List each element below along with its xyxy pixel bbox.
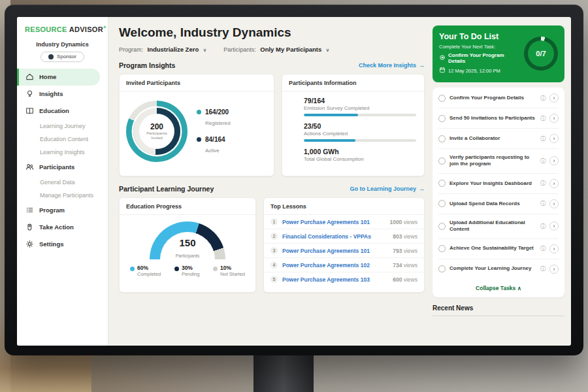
task-open-button[interactable]: ›: [549, 134, 559, 143]
task-checkbox[interactable]: [438, 135, 446, 142]
sidebar-item-program[interactable]: Program: [17, 202, 108, 219]
task-row-upload-spend-data[interactable]: Upload Spend Data Records ⓘ ›: [438, 194, 559, 214]
info-icon[interactable]: ⓘ: [540, 95, 546, 102]
task-checkbox[interactable]: [438, 265, 446, 272]
task-open-button[interactable]: ›: [549, 156, 559, 165]
chevron-right-icon: ›: [553, 223, 555, 229]
lesson-link[interactable]: Power Purchase Agreements 101: [282, 248, 388, 254]
sidebar-nav: Home Insights Education Learning Journey…: [17, 69, 108, 253]
sidebar-item-label: Program: [39, 206, 65, 214]
task-open-button[interactable]: ›: [549, 179, 559, 188]
task-open-button[interactable]: ›: [549, 221, 559, 231]
legend-dot-pending: [174, 267, 179, 271]
info-icon[interactable]: ⓘ: [540, 265, 546, 272]
task-row-upload-educational-content[interactable]: Upload Additional Educational Content ⓘ …: [438, 214, 559, 239]
task-open-button[interactable]: ›: [549, 199, 559, 208]
info-label: Total Global Consumption: [304, 156, 416, 162]
task-open-button[interactable]: ›: [549, 265, 559, 274]
task-checkbox[interactable]: [438, 200, 446, 207]
emission-survey-row: 79/164 Emission Survey Completed: [290, 97, 416, 116]
todo-next-task: Confirm Your Program Details: [439, 52, 520, 64]
task-checkbox[interactable]: [438, 115, 446, 122]
task-row-explore-insights[interactable]: Explore Your Insights Dashboard ⓘ ›: [438, 174, 559, 194]
program-filter-dropdown[interactable]: Program: Industrialize Zero ∨: [119, 46, 206, 53]
sidebar-item-take-action[interactable]: Take Action: [17, 219, 108, 236]
sidebar-item-home[interactable]: Home: [17, 69, 100, 86]
sidebar-item-participants[interactable]: Participants: [17, 159, 108, 176]
task-row-send-invitations[interactable]: Send 50 Invitations to Participants ⓘ ›: [438, 108, 559, 129]
info-value: 23/50: [304, 122, 416, 130]
lesson-link[interactable]: Financial Considerations - VPPAs: [282, 233, 388, 240]
lesson-row[interactable]: 5 Power Purchase Agreements 103 600 view…: [264, 272, 424, 286]
invited-card-body: 200 Participants Invited 164/200 Registe…: [120, 91, 274, 171]
info-icon[interactable]: ⓘ: [540, 180, 546, 187]
task-open-button[interactable]: ›: [549, 114, 559, 123]
monitor-stand: [253, 355, 314, 392]
monitor-bezel: RESOURCE ADVISOR+ Industry Dynamics Spon…: [5, 5, 583, 355]
sidebar-item-learning-insights[interactable]: Learning Insights: [17, 146, 108, 159]
info-label: Emission Survey Completed: [304, 105, 416, 111]
home-icon: [25, 73, 34, 82]
task-open-button[interactable]: ›: [549, 244, 559, 253]
insights-icon: [25, 90, 34, 99]
info-card-body: 79/164 Emission Survey Completed 23/50 A…: [282, 91, 424, 167]
task-checkbox[interactable]: [438, 95, 446, 102]
lesson-row[interactable]: 2 Financial Considerations - VPPAs 803 v…: [264, 229, 424, 244]
lesson-rank: 4: [270, 261, 278, 269]
lesson-rank: 3: [270, 247, 278, 254]
collapse-tasks-button[interactable]: Collapse Tasks ∧: [438, 279, 559, 297]
sidebar-item-learning-journey[interactable]: Learning Journey: [17, 120, 108, 133]
participants-filter-dropdown[interactable]: Participants: Only My Participants ∨: [223, 46, 329, 53]
sidebar-item-insights[interactable]: Insights: [17, 86, 108, 103]
lesson-link[interactable]: Power Purchase Agreements 101: [282, 219, 385, 225]
task-checkbox[interactable]: [438, 245, 446, 252]
task-checkbox[interactable]: [438, 223, 446, 230]
task-open-button[interactable]: ›: [549, 93, 559, 103]
donut-legend: 164/200 Registered 84/164 Active: [197, 108, 231, 155]
legend-value: 10%: [220, 265, 231, 271]
sidebar-item-settings[interactable]: Settings: [17, 236, 108, 253]
task-checkbox[interactable]: [438, 157, 446, 165]
info-icon[interactable]: ⓘ: [540, 135, 546, 142]
sidebar-item-manage-participants[interactable]: Manage Participants: [17, 189, 108, 202]
info-icon[interactable]: ⓘ: [540, 223, 546, 230]
task-label: Upload Additional Educational Content: [449, 220, 536, 233]
settings-icon: [25, 240, 34, 249]
task-row-achieve-sustainability-target[interactable]: Achieve One Sustainability Target ⓘ ›: [438, 239, 559, 259]
info-icon[interactable]: ⓘ: [540, 200, 546, 207]
sidebar: RESOURCE ADVISOR+ Industry Dynamics Spon…: [17, 17, 108, 346]
participants-filter-value: Only My Participants: [260, 46, 321, 53]
invited-donut-chart: 200 Participants Invited: [126, 101, 188, 162]
sidebar-item-education[interactable]: Education: [17, 103, 108, 120]
task-row-complete-learning-journey[interactable]: Complete Your Learning Journey ⓘ ›: [438, 259, 559, 279]
recent-news-label: Recent News: [433, 304, 473, 312]
chevron-right-icon: ›: [553, 246, 555, 252]
arrow-right-icon: →: [419, 62, 425, 69]
education-gauge-chart: 150 Participants: [150, 221, 225, 259]
lesson-link[interactable]: Power Purchase Agreements 102: [282, 262, 388, 269]
actions-progress-bar: [304, 139, 416, 142]
go-to-learning-journey-link[interactable]: Go to Learning Journey →: [350, 186, 425, 192]
sidebar-item-general-data[interactable]: General Data: [17, 176, 108, 189]
check-more-insights-link[interactable]: Check More Insights →: [359, 62, 425, 69]
task-checkbox[interactable]: [438, 180, 446, 187]
lesson-link[interactable]: Power Purchase Agreements 103: [282, 276, 388, 283]
task-row-confirm-program[interactable]: Confirm Your Program Details ⓘ ›: [438, 88, 559, 108]
lesson-rank: 5: [270, 276, 278, 283]
info-icon[interactable]: ⓘ: [540, 115, 546, 122]
task-row-invite-collaborator[interactable]: Invite a Collaborator ⓘ ›: [438, 129, 559, 149]
take-action-icon: [25, 223, 34, 232]
task-row-verify-participants[interactable]: Verify participants requesting to join t…: [438, 149, 559, 174]
lesson-row[interactable]: 1 Power Purchase Agreements 101 1000 vie…: [264, 215, 424, 229]
energy-icon: [290, 149, 299, 157]
todo-due-date: 12 May 2025, 12:00 PM: [439, 67, 520, 74]
sponsor-badge[interactable]: Sponsor: [41, 52, 84, 62]
lesson-row[interactable]: 4 Power Purchase Agreements 102 734 view…: [264, 258, 424, 272]
lesson-row[interactable]: 3 Power Purchase Agreements 101 793 view…: [264, 244, 424, 258]
donut-center-label: 200 Participants Invited: [139, 114, 174, 149]
todo-progress-value: 0/7: [536, 50, 546, 57]
info-icon[interactable]: ⓘ: [540, 157, 546, 165]
sidebar-item-education-content[interactable]: Education Content: [17, 133, 108, 146]
info-icon[interactable]: ⓘ: [540, 245, 546, 252]
lesson-views-suffix: views: [404, 219, 417, 225]
